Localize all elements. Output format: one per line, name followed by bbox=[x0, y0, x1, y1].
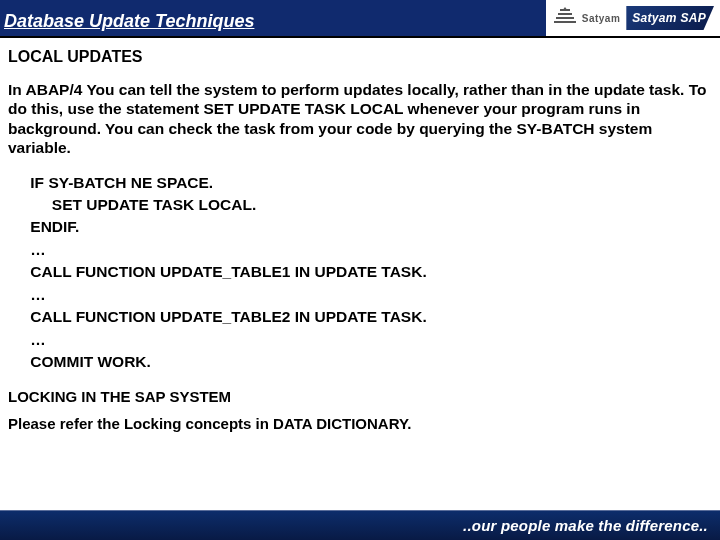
slide-header: Database Update Techniques Satyam Satyam… bbox=[0, 0, 720, 38]
svg-rect-0 bbox=[554, 21, 576, 23]
sap-logo-text: Satyam SAP bbox=[626, 6, 714, 30]
section-heading-local-updates: LOCAL UPDATES bbox=[8, 48, 712, 66]
svg-rect-1 bbox=[556, 17, 574, 19]
footer-tagline: ..our people make the difference.. bbox=[463, 517, 708, 534]
logo-area: Satyam Satyam SAP bbox=[546, 0, 720, 36]
paragraph-local-updates: In ABAP/4 You can tell the system to per… bbox=[8, 80, 712, 158]
slide-content: LOCAL UPDATES In ABAP/4 You can tell the… bbox=[0, 38, 720, 432]
refer-text: Please refer the Locking concepts in DAT… bbox=[8, 415, 712, 432]
satyam-logo: Satyam bbox=[552, 7, 621, 29]
sap-logo: Satyam SAP bbox=[626, 5, 714, 31]
slide-title: Database Update Techniques bbox=[0, 0, 546, 36]
satyam-text: Satyam bbox=[582, 13, 621, 24]
code-example: IF SY-BATCH NE SPACE. SET UPDATE TASK LO… bbox=[26, 172, 712, 374]
satyam-icon bbox=[552, 7, 578, 29]
slide-footer: ..our people make the difference.. bbox=[0, 510, 720, 540]
section-heading-locking: LOCKING IN THE SAP SYSTEM bbox=[8, 388, 712, 405]
svg-rect-2 bbox=[558, 13, 572, 15]
